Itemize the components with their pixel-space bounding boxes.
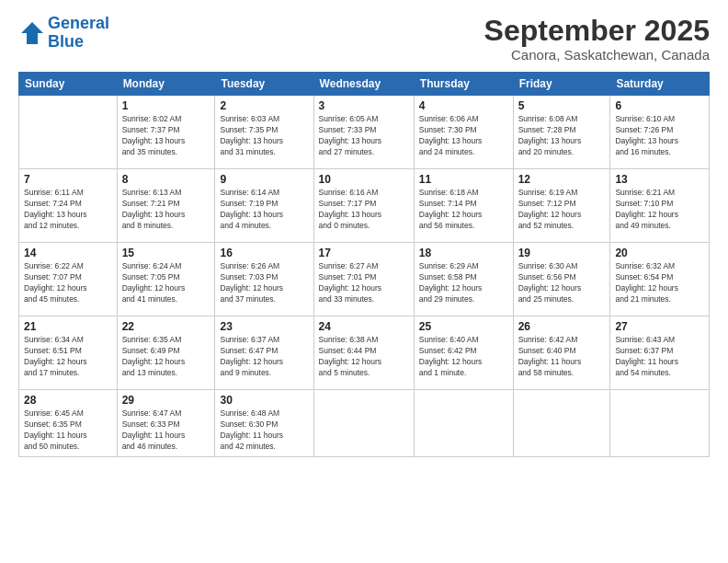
day-number: 22 [122, 320, 210, 333]
day-number: 30 [220, 394, 308, 407]
week-row-1: 1Sunrise: 6:02 AM Sunset: 7:37 PM Daylig… [19, 96, 710, 169]
day-number: 13 [615, 173, 704, 186]
day-info: Sunrise: 6:42 AM Sunset: 6:40 PM Dayligh… [518, 335, 606, 379]
calendar-cell: 15Sunrise: 6:24 AM Sunset: 7:05 PM Dayli… [117, 243, 215, 316]
weekday-header-sunday: Sunday [19, 73, 118, 96]
calendar-cell [513, 390, 610, 457]
day-info: Sunrise: 6:08 AM Sunset: 7:28 PM Dayligh… [518, 114, 606, 158]
day-info: Sunrise: 6:38 AM Sunset: 6:44 PM Dayligh… [319, 335, 409, 379]
calendar-cell: 27Sunrise: 6:43 AM Sunset: 6:37 PM Dayli… [610, 316, 710, 390]
header: General Blue September 2025 Canora, Sask… [18, 15, 710, 63]
calendar-cell: 12Sunrise: 6:19 AM Sunset: 7:12 PM Dayli… [513, 169, 610, 243]
day-info: Sunrise: 6:37 AM Sunset: 6:47 PM Dayligh… [220, 335, 308, 379]
day-info: Sunrise: 6:22 AM Sunset: 7:07 PM Dayligh… [24, 261, 112, 305]
day-number: 12 [518, 173, 606, 186]
calendar-cell: 9Sunrise: 6:14 AM Sunset: 7:19 PM Daylig… [215, 169, 313, 243]
day-info: Sunrise: 6:14 AM Sunset: 7:19 PM Dayligh… [220, 188, 308, 232]
weekday-header-saturday: Saturday [610, 73, 710, 96]
calendar-cell: 20Sunrise: 6:32 AM Sunset: 6:54 PM Dayli… [610, 243, 710, 316]
day-number: 18 [419, 247, 508, 259]
day-info: Sunrise: 6:10 AM Sunset: 7:26 PM Dayligh… [615, 114, 704, 158]
calendar-cell: 16Sunrise: 6:26 AM Sunset: 7:03 PM Dayli… [215, 243, 313, 316]
calendar-cell: 11Sunrise: 6:18 AM Sunset: 7:14 PM Dayli… [414, 169, 513, 243]
day-info: Sunrise: 6:11 AM Sunset: 7:24 PM Dayligh… [24, 188, 112, 232]
calendar-cell: 4Sunrise: 6:06 AM Sunset: 7:30 PM Daylig… [414, 96, 513, 169]
day-number: 9 [220, 173, 308, 186]
location-title: Canora, Saskatchewan, Canada [484, 47, 710, 63]
week-row-2: 7Sunrise: 6:11 AM Sunset: 7:24 PM Daylig… [19, 169, 710, 243]
calendar-cell: 25Sunrise: 6:40 AM Sunset: 6:42 PM Dayli… [414, 316, 513, 390]
calendar-cell: 28Sunrise: 6:45 AM Sunset: 6:35 PM Dayli… [19, 390, 118, 457]
day-number: 6 [615, 99, 704, 112]
day-info: Sunrise: 6:19 AM Sunset: 7:12 PM Dayligh… [518, 188, 606, 232]
calendar-cell: 30Sunrise: 6:48 AM Sunset: 6:30 PM Dayli… [215, 390, 313, 457]
day-number: 20 [615, 247, 704, 259]
day-info: Sunrise: 6:43 AM Sunset: 6:37 PM Dayligh… [615, 335, 704, 379]
day-info: Sunrise: 6:35 AM Sunset: 6:49 PM Dayligh… [122, 335, 210, 379]
calendar-cell: 1Sunrise: 6:02 AM Sunset: 7:37 PM Daylig… [117, 96, 215, 169]
calendar-cell: 5Sunrise: 6:08 AM Sunset: 7:28 PM Daylig… [513, 96, 610, 169]
day-info: Sunrise: 6:30 AM Sunset: 6:56 PM Dayligh… [518, 261, 606, 305]
calendar-cell: 23Sunrise: 6:37 AM Sunset: 6:47 PM Dayli… [215, 316, 313, 390]
day-info: Sunrise: 6:27 AM Sunset: 7:01 PM Dayligh… [319, 261, 409, 305]
day-info: Sunrise: 6:47 AM Sunset: 6:33 PM Dayligh… [122, 408, 210, 453]
day-number: 17 [319, 247, 409, 259]
day-info: Sunrise: 6:03 AM Sunset: 7:35 PM Dayligh… [220, 114, 308, 158]
day-info: Sunrise: 6:05 AM Sunset: 7:33 PM Dayligh… [319, 114, 409, 158]
calendar-cell: 26Sunrise: 6:42 AM Sunset: 6:40 PM Dayli… [513, 316, 610, 390]
day-number: 11 [419, 173, 508, 186]
day-number: 8 [122, 173, 210, 186]
title-block: September 2025 Canora, Saskatchewan, Can… [484, 15, 710, 63]
calendar-table: SundayMondayTuesdayWednesdayThursdayFrid… [18, 72, 710, 457]
day-info: Sunrise: 6:02 AM Sunset: 7:37 PM Dayligh… [122, 114, 210, 158]
day-number: 24 [319, 320, 409, 333]
day-number: 5 [518, 99, 606, 112]
week-row-3: 14Sunrise: 6:22 AM Sunset: 7:07 PM Dayli… [19, 243, 710, 316]
calendar-cell: 10Sunrise: 6:16 AM Sunset: 7:17 PM Dayli… [313, 169, 414, 243]
logo-icon [18, 19, 46, 47]
week-row-4: 21Sunrise: 6:34 AM Sunset: 6:51 PM Dayli… [19, 316, 710, 390]
calendar-cell [313, 390, 414, 457]
logo-text-line2: Blue [48, 33, 109, 52]
page: General Blue September 2025 Canora, Sask… [0, 0, 728, 563]
day-info: Sunrise: 6:06 AM Sunset: 7:30 PM Dayligh… [419, 114, 508, 158]
day-number: 14 [24, 247, 112, 259]
day-info: Sunrise: 6:45 AM Sunset: 6:35 PM Dayligh… [24, 408, 112, 453]
logo-text-line1: General [48, 15, 109, 33]
day-info: Sunrise: 6:18 AM Sunset: 7:14 PM Dayligh… [419, 188, 508, 232]
calendar-cell [414, 390, 513, 457]
day-number: 15 [122, 247, 210, 259]
calendar-cell: 7Sunrise: 6:11 AM Sunset: 7:24 PM Daylig… [19, 169, 118, 243]
calendar-cell: 3Sunrise: 6:05 AM Sunset: 7:33 PM Daylig… [313, 96, 414, 169]
calendar-cell: 24Sunrise: 6:38 AM Sunset: 6:44 PM Dayli… [313, 316, 414, 390]
calendar-cell: 21Sunrise: 6:34 AM Sunset: 6:51 PM Dayli… [19, 316, 118, 390]
day-info: Sunrise: 6:32 AM Sunset: 6:54 PM Dayligh… [615, 261, 704, 305]
weekday-header-tuesday: Tuesday [215, 73, 313, 96]
svg-marker-0 [21, 22, 43, 44]
day-number: 29 [122, 394, 210, 407]
calendar-cell: 22Sunrise: 6:35 AM Sunset: 6:49 PM Dayli… [117, 316, 215, 390]
day-info: Sunrise: 6:13 AM Sunset: 7:21 PM Dayligh… [122, 188, 210, 232]
day-number: 10 [319, 173, 409, 186]
day-info: Sunrise: 6:16 AM Sunset: 7:17 PM Dayligh… [319, 188, 409, 232]
day-number: 3 [319, 99, 409, 112]
weekday-header-wednesday: Wednesday [313, 73, 414, 96]
calendar-cell: 6Sunrise: 6:10 AM Sunset: 7:26 PM Daylig… [610, 96, 710, 169]
day-number: 16 [220, 247, 308, 259]
day-number: 4 [419, 99, 508, 112]
month-title: September 2025 [484, 15, 710, 47]
day-number: 19 [518, 247, 606, 259]
calendar-cell [19, 96, 118, 169]
day-number: 25 [419, 320, 508, 333]
week-row-5: 28Sunrise: 6:45 AM Sunset: 6:35 PM Dayli… [19, 390, 710, 457]
calendar-cell: 8Sunrise: 6:13 AM Sunset: 7:21 PM Daylig… [117, 169, 215, 243]
day-number: 1 [122, 99, 210, 112]
weekday-header-row: SundayMondayTuesdayWednesdayThursdayFrid… [19, 73, 710, 96]
calendar-cell: 2Sunrise: 6:03 AM Sunset: 7:35 PM Daylig… [215, 96, 313, 169]
day-info: Sunrise: 6:48 AM Sunset: 6:30 PM Dayligh… [220, 408, 308, 453]
calendar-cell: 18Sunrise: 6:29 AM Sunset: 6:58 PM Dayli… [414, 243, 513, 316]
day-number: 21 [24, 320, 112, 333]
day-info: Sunrise: 6:24 AM Sunset: 7:05 PM Dayligh… [122, 261, 210, 305]
day-number: 7 [24, 173, 112, 186]
weekday-header-thursday: Thursday [414, 73, 513, 96]
